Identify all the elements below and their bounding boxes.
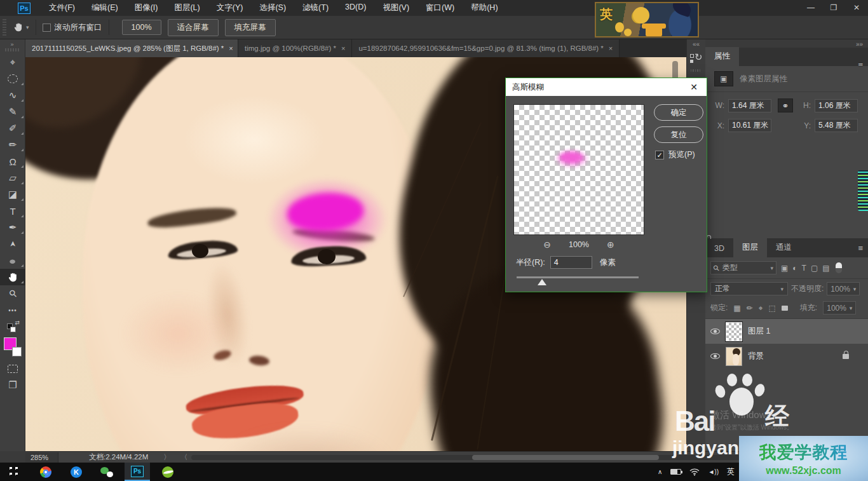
collapse-dock-icon[interactable]: «« bbox=[687, 39, 705, 48]
panel-menu-icon[interactable]: ≡ bbox=[858, 243, 863, 253]
tab-layers[interactable]: 图层 bbox=[733, 238, 767, 257]
height-field[interactable]: 1.06 厘米 bbox=[815, 99, 858, 112]
hand-tool[interactable] bbox=[0, 269, 25, 285]
docked-edge-widget[interactable] bbox=[858, 170, 868, 211]
scroll-all-windows-checkbox[interactable] bbox=[43, 24, 51, 32]
filter-type-dropdown[interactable]: ⚲ 类型 ▾ bbox=[710, 261, 776, 274]
menu-layer[interactable]: 图层(L) bbox=[166, 0, 208, 16]
marquee-tool[interactable] bbox=[0, 71, 25, 87]
filter-toggle[interactable] bbox=[836, 262, 842, 273]
brush-tool[interactable]: ✏ bbox=[0, 137, 25, 153]
ime-indicator[interactable]: 英 bbox=[727, 466, 735, 477]
menu-type[interactable]: 文字(Y) bbox=[208, 0, 252, 16]
taskbar-photoshop[interactable]: Ps bbox=[125, 463, 150, 481]
color-swatches[interactable] bbox=[3, 337, 22, 356]
lock-artboard-icon[interactable]: ⬚ bbox=[769, 304, 776, 313]
visibility-eye-icon[interactable] bbox=[710, 353, 720, 359]
current-tool-indicator[interactable]: ▾ bbox=[13, 22, 29, 33]
dialog-close-icon[interactable]: ✕ bbox=[688, 82, 700, 92]
tab-close-icon[interactable]: × bbox=[609, 44, 613, 52]
visibility-eye-icon[interactable] bbox=[710, 329, 720, 334]
default-swap-colors[interactable]: ⇄ bbox=[0, 318, 25, 335]
layer-row-background[interactable]: 背景 bbox=[705, 344, 868, 369]
lasso-tool[interactable]: ∿ bbox=[0, 87, 25, 104]
lock-position-icon[interactable]: ⌖ bbox=[759, 304, 763, 313]
background-color-swatch[interactable] bbox=[12, 347, 22, 356]
toolbar-expand-icon[interactable]: » bbox=[0, 39, 25, 48]
preview-checkbox[interactable]: ✓ bbox=[655, 151, 664, 159]
zoom-tool[interactable]: ⚲ bbox=[0, 285, 25, 302]
opacity-dropdown[interactable]: 100% ▾ bbox=[827, 282, 860, 295]
document-tab[interactable]: timg.jpg @ 100%(RGB/8#) * × bbox=[238, 39, 352, 57]
minimize-button[interactable]: — bbox=[799, 0, 822, 15]
filter-shape-layers-icon[interactable]: ▢ bbox=[811, 264, 818, 273]
close-button[interactable]: ✕ bbox=[845, 0, 868, 15]
restore-button[interactable]: ❐ bbox=[822, 0, 845, 15]
lock-all-icon[interactable] bbox=[782, 306, 788, 311]
status-zoom-field[interactable]: 285% bbox=[25, 452, 58, 463]
taskbar-kugou[interactable]: K bbox=[64, 463, 89, 481]
battery-icon[interactable] bbox=[670, 469, 681, 475]
y-field[interactable]: 5.48 厘米 bbox=[815, 119, 858, 132]
lock-pixels-icon[interactable]: ✏ bbox=[747, 304, 753, 313]
ellipse-tool[interactable]: ● bbox=[0, 252, 25, 269]
start-button-icon[interactable] bbox=[8, 467, 18, 477]
path-selection-tool[interactable]: ➤ bbox=[0, 236, 25, 252]
type-tool[interactable]: T bbox=[0, 203, 25, 219]
menu-file[interactable]: 文件(F) bbox=[41, 0, 83, 16]
menu-view[interactable]: 视图(V) bbox=[374, 0, 417, 16]
radius-slider-track[interactable] bbox=[517, 276, 639, 278]
ok-button[interactable]: 确定 bbox=[654, 104, 703, 121]
radius-input[interactable]: 4 bbox=[550, 256, 592, 269]
layer-name[interactable]: 图层 1 bbox=[748, 326, 770, 337]
width-field[interactable]: 1.64 厘米 bbox=[728, 99, 771, 112]
tab-close-icon[interactable]: × bbox=[341, 44, 345, 52]
x-field[interactable]: 10.61 厘米 bbox=[728, 119, 771, 132]
filter-type-layers-icon[interactable]: T bbox=[802, 264, 806, 273]
actual-pixels-button[interactable]: 100% bbox=[122, 20, 161, 35]
history-panel-icon[interactable]: ↺ bbox=[690, 53, 703, 67]
eraser-tool[interactable]: ▱ bbox=[0, 170, 25, 186]
background-thumbnail[interactable] bbox=[726, 347, 742, 366]
tab-3d[interactable]: 3D bbox=[705, 240, 733, 257]
eyedropper-tool[interactable]: ✐ bbox=[0, 120, 25, 137]
lock-transparency-icon[interactable]: ▦ bbox=[733, 304, 740, 313]
tab-close-icon[interactable]: × bbox=[229, 44, 233, 52]
filter-adjustment-layers-icon[interactable]: ◐ bbox=[792, 264, 797, 273]
quick-mask-button[interactable] bbox=[0, 360, 25, 377]
document-tab[interactable]: u=1892870642,959910636&fm=15&gp=0.jpg @ … bbox=[352, 39, 620, 57]
tab-channels[interactable]: 通道 bbox=[767, 238, 801, 257]
speaker-icon[interactable]: ◄)) bbox=[708, 468, 719, 475]
game-ad-banner[interactable]: 英 bbox=[595, 2, 699, 37]
expand-dock-icon[interactable]: »» bbox=[856, 41, 863, 48]
blur-preview-box[interactable] bbox=[513, 104, 644, 235]
zoom-in-icon[interactable]: ⊕ bbox=[607, 240, 614, 250]
scroll-left-icon[interactable]: 〈 bbox=[180, 452, 187, 462]
fit-screen-button[interactable]: 适合屏幕 bbox=[168, 19, 219, 36]
fill-dropdown[interactable]: 100% ▾ bbox=[823, 301, 856, 315]
move-tool[interactable]: ⌖ bbox=[0, 54, 25, 71]
menu-help[interactable]: 帮助(H) bbox=[463, 0, 506, 16]
dialog-title-bar[interactable]: 高斯模糊 ✕ bbox=[506, 78, 707, 96]
zoom-out-icon[interactable]: ⊖ bbox=[543, 240, 551, 250]
status-flyout-icon[interactable]: 〉 bbox=[163, 452, 170, 462]
clone-stamp-tool[interactable]: Ω bbox=[0, 153, 25, 170]
more-tools[interactable]: ••• bbox=[0, 302, 25, 318]
radius-slider-thumb[interactable] bbox=[538, 279, 546, 285]
document-tab-active[interactable]: 20171111150255_LeWKS.jpeg @ 285% (图层 1, … bbox=[25, 39, 238, 57]
paint-bucket-tool[interactable]: ◪ bbox=[0, 186, 25, 203]
screen-mode-button[interactable]: ❐ bbox=[0, 377, 25, 393]
layer-row-layer1[interactable]: 图层 1 bbox=[705, 319, 868, 344]
filter-smart-objects-icon[interactable]: ▤ bbox=[822, 264, 829, 273]
taskbar-chrome[interactable] bbox=[33, 463, 58, 481]
taskbar-wechat[interactable] bbox=[94, 463, 119, 481]
menu-filter[interactable]: 滤镜(T) bbox=[294, 0, 337, 16]
quick-selection-tool[interactable]: ✎ bbox=[0, 104, 25, 120]
layer1-thumbnail[interactable] bbox=[726, 322, 742, 341]
wifi-icon[interactable] bbox=[689, 468, 700, 476]
taskbar-browser[interactable] bbox=[155, 463, 180, 481]
tab-properties[interactable]: 属性 bbox=[705, 47, 739, 66]
menu-window[interactable]: 窗口(W) bbox=[417, 0, 463, 16]
filter-pixel-layers-icon[interactable]: ▣ bbox=[781, 264, 788, 273]
menu-edit[interactable]: 编辑(E) bbox=[83, 0, 126, 16]
